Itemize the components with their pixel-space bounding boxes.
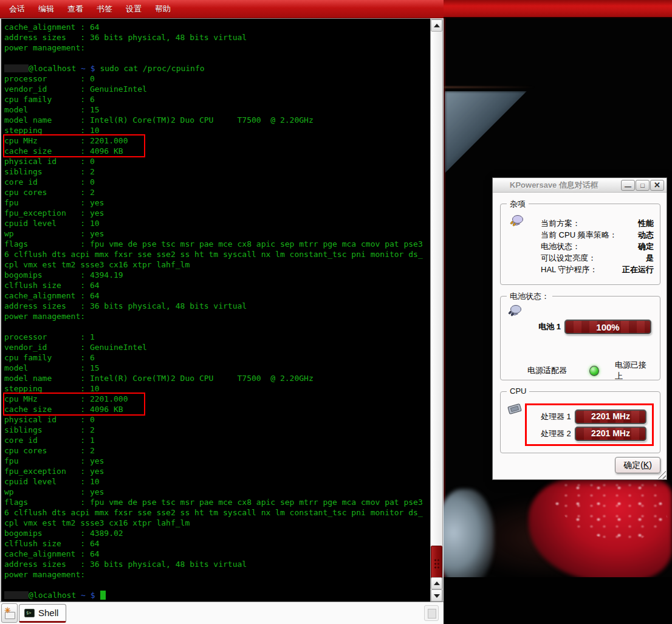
cpu-row-label: 处理器 1 bbox=[541, 411, 575, 422]
scroll-down-button[interactable] bbox=[431, 589, 442, 602]
terminal-line: vendor_id : GenuineIntel bbox=[4, 84, 430, 94]
terminal-line: cache_alignment : 64 bbox=[4, 290, 430, 301]
terminal-output[interactable]: cache_alignment : 64address sizes : 36 b… bbox=[0, 18, 430, 602]
terminal-line: cpu MHz : 2201.000 bbox=[4, 135, 144, 146]
misc-row-label: 当前方案： bbox=[541, 218, 580, 229]
terminal-line: flags : fpu vme de pse tsc msr pae mce c… bbox=[4, 497, 430, 507]
scroll-up-button-bottom[interactable] bbox=[431, 577, 442, 589]
misc-row: HAL 守护程序：正在运行 bbox=[541, 264, 654, 275]
terminal-line: cache_alignment : 64 bbox=[4, 22, 430, 32]
terminal-line: cpu cores : 2 bbox=[4, 187, 430, 197]
session-list-button[interactable] bbox=[424, 605, 439, 621]
minimize-button[interactable]: — bbox=[621, 180, 635, 191]
misc-row-value: 动态 bbox=[638, 230, 654, 241]
cpu-group: CPU 处理器 12201 MHz 处理器 22201 MHz bbox=[500, 391, 660, 453]
misc-group: 杂项 当前方案：性能当前 CPU 频率策略：动态电池状态：确定可以设定亮度：是H… bbox=[500, 204, 660, 285]
terminal-line: siblings : 2 bbox=[4, 166, 430, 177]
terminal-line: core id : 0 bbox=[4, 177, 430, 187]
menu-item[interactable]: 会话 bbox=[2, 0, 32, 18]
terminal-line: cache size : 4096 KB bbox=[4, 146, 144, 156]
terminal-line: processor : 1 bbox=[4, 332, 430, 342]
ok-label: 确定( bbox=[623, 460, 643, 470]
up-arrow-icon bbox=[434, 581, 440, 585]
battery-group: 电池状态： 电池 1 100% 电源适配器 电源已接上 bbox=[500, 296, 660, 380]
terminal-line: cpuid level : 10 bbox=[4, 476, 430, 487]
adapter-status: 电源已接上 bbox=[615, 360, 653, 382]
terminal-line: bogomips : 4394.19 bbox=[4, 270, 430, 280]
desktop-top-red-bar bbox=[444, 0, 672, 18]
photo-highlight bbox=[445, 91, 527, 173]
dialog-titlebar[interactable]: KPowersave 信息对话框 — □ ✕ bbox=[493, 178, 667, 193]
menu-item[interactable]: 查看 bbox=[61, 0, 90, 18]
terminal-line: 6 clflush dts acpi mmx fxsr sse sse2 ss … bbox=[4, 249, 430, 259]
terminal-line: power management: bbox=[4, 43, 430, 53]
terminal-line: physical id : 0 bbox=[4, 156, 430, 166]
adapter-label: 电源适配器 bbox=[527, 365, 581, 376]
terminal-line: clflush size : 64 bbox=[4, 538, 430, 549]
terminal-line: wp : yes bbox=[4, 487, 430, 497]
terminal-line: siblings : 2 bbox=[4, 425, 430, 435]
cpu-frequency-bar: 2201 MHz bbox=[575, 410, 646, 424]
kpowersave-dialog: KPowersave 信息对话框 — □ ✕ 杂项 当前方案：性能当前 CPU … bbox=[492, 177, 667, 480]
misc-row: 当前 CPU 频率策略：动态 bbox=[541, 229, 654, 241]
terminal-line: 6 clflush dts acpi mmx fxsr sse sse2 ss … bbox=[4, 507, 430, 518]
misc-row: 可以设定亮度：是 bbox=[541, 252, 654, 264]
dialog-title: KPowersave 信息对话框 bbox=[493, 178, 615, 193]
terminal-line: cpl vmx est tm2 ssse3 cx16 xtpr lahf_lm bbox=[4, 518, 430, 528]
terminal-line: stepping : 10 bbox=[4, 125, 430, 135]
terminal-line: cpu MHz : 2201.000 bbox=[4, 394, 144, 404]
menu-item[interactable]: 设置 bbox=[119, 0, 148, 18]
misc-row: 电池状态：确定 bbox=[541, 241, 654, 252]
tab-label: Shell bbox=[38, 608, 58, 618]
terminal-cursor bbox=[100, 591, 106, 600]
terminal-line: physical id : 0 bbox=[4, 414, 430, 425]
cpu-group-title: CPU bbox=[507, 386, 529, 396]
terminal-line bbox=[4, 53, 430, 63]
minimize-icon: — bbox=[625, 183, 631, 190]
terminal-line: core id : 1 bbox=[4, 435, 430, 445]
terminal-line: address sizes : 36 bits physical, 48 bit… bbox=[4, 559, 430, 569]
ok-button[interactable]: 确定(K) bbox=[615, 457, 660, 473]
new-session-button[interactable]: ✳ bbox=[1, 603, 18, 623]
misc-row: 当前方案：性能 bbox=[541, 218, 654, 229]
terminal-line: model name : Intel(R) Core(TM)2 Duo CPU … bbox=[4, 115, 430, 125]
terminal-line: address sizes : 36 bits physical, 48 bit… bbox=[4, 301, 430, 311]
misc-row-value: 确定 bbox=[638, 241, 654, 252]
misc-row-value: 是 bbox=[646, 253, 654, 264]
battery-row: 电池 1 100% bbox=[527, 320, 651, 334]
cpu-frequency-bar: 2201 MHz bbox=[575, 427, 646, 441]
terminal-line: cpl vmx est tm2 ssse3 cx16 xtpr lahf_lm bbox=[4, 259, 430, 270]
misc-row-label: HAL 守护程序： bbox=[541, 264, 597, 275]
misc-row-value: 性能 bbox=[638, 218, 654, 229]
menu-item[interactable]: 编辑 bbox=[32, 0, 61, 18]
terminal-line: stepping : 10 bbox=[4, 383, 430, 394]
terminal-line: flags : fpu vme de pse tsc msr pae mce c… bbox=[4, 239, 430, 249]
misc-group-title: 杂项 bbox=[507, 199, 529, 210]
terminal-line bbox=[4, 321, 430, 332]
photo-bottom-band bbox=[444, 577, 672, 624]
cpu-row: 处理器 22201 MHz bbox=[541, 427, 646, 441]
konsole-window: 会话编辑查看书签设置帮助 cache_alignment : 64address… bbox=[0, 0, 444, 624]
redacted-username bbox=[4, 591, 29, 599]
maximize-button[interactable]: □ bbox=[636, 180, 650, 191]
terminal-line: wp : yes bbox=[4, 228, 430, 239]
close-button[interactable]: ✕ bbox=[650, 180, 664, 191]
scrollbar-thumb[interactable] bbox=[431, 546, 442, 581]
tab-shell[interactable]: $> Shell bbox=[19, 604, 66, 623]
photo-gray-fabric bbox=[444, 489, 494, 586]
menu-item[interactable]: 帮助 bbox=[148, 0, 177, 18]
scroll-up-button[interactable] bbox=[431, 19, 442, 32]
session-tabbar: ✳ $> Shell bbox=[0, 602, 444, 624]
cpu-chip-icon bbox=[506, 402, 523, 419]
terminal-line: clflush size : 64 bbox=[4, 280, 430, 290]
terminal-line: vendor_id : GenuineIntel bbox=[4, 342, 430, 352]
konsole-menubar: 会话编辑查看书签设置帮助 bbox=[0, 0, 444, 18]
terminal-icon: $> bbox=[24, 609, 35, 617]
terminal-line: fpu_exception : yes bbox=[4, 208, 430, 218]
terminal-line: cpuid level : 10 bbox=[4, 218, 430, 228]
terminal-scrollbar[interactable] bbox=[430, 19, 443, 602]
new-session-spark-icon: ✳ bbox=[4, 606, 11, 614]
menu-item[interactable]: 书签 bbox=[90, 0, 119, 18]
cpu-row: 处理器 12201 MHz bbox=[541, 410, 646, 424]
misc-rows: 当前方案：性能当前 CPU 频率策略：动态电池状态：确定可以设定亮度：是HAL … bbox=[541, 218, 654, 275]
